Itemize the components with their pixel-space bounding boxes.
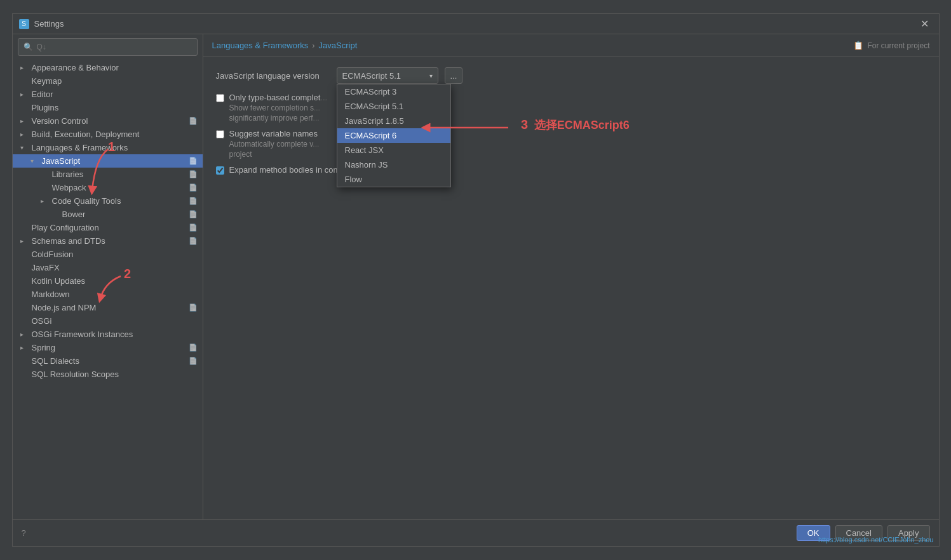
tree-item-label: Build, Execution, Deployment — [32, 130, 198, 139]
sidebar-item-plugins[interactable]: Plugins — [13, 101, 203, 114]
sidebar-item-play-config[interactable]: Play Configuration📄 — [13, 221, 203, 234]
search-icon: 🔍 — [24, 43, 33, 51]
sidebar-tree: ▸Appearance & BehaviorKeymap▸EditorPlugi… — [13, 60, 203, 519]
tree-item-label: Bower — [62, 210, 186, 219]
expand-icon: ▾ — [30, 157, 39, 164]
tree-item-label: Languages & Frameworks — [32, 143, 198, 152]
sidebar-item-spring[interactable]: ▸Spring📄 — [13, 341, 203, 354]
selected-version-label: ECMAScript 5.1 — [342, 71, 401, 81]
expand-icon: ▸ — [20, 91, 29, 98]
checkbox-row-1: Only type-based complet... Show fewer co… — [216, 93, 926, 123]
expand-icon: ▾ — [20, 144, 29, 151]
expand-icon: ▸ — [20, 331, 29, 338]
sidebar-item-bower[interactable]: Bower📄 — [13, 208, 203, 221]
sidebar-item-build[interactable]: ▸Build, Execution, Deployment — [13, 128, 203, 141]
checkbox-row-3: Expand method bodies in completion for o… — [216, 165, 926, 175]
sidebar-item-languages[interactable]: ▾Languages & Frameworks — [13, 141, 203, 154]
sidebar-item-coldfusion[interactable]: ColdFusion — [13, 248, 203, 261]
tree-item-label: Libraries — [52, 170, 186, 179]
app-icon: S — [19, 19, 29, 29]
sidebar-item-webpack[interactable]: Webpack📄 — [13, 181, 203, 194]
main-content-area: 🔍 ▸Appearance & BehaviorKeymap▸EditorPlu… — [13, 34, 939, 519]
version-dropdown-menu: ECMAScript 3ECMAScript 5.1JavaScript 1.8… — [337, 84, 451, 187]
sidebar: 🔍 ▸Appearance & BehaviorKeymap▸EditorPlu… — [13, 34, 203, 519]
sidebar-item-editor[interactable]: ▸Editor — [13, 88, 203, 101]
sidebar-item-version-control[interactable]: ▸Version Control📄 — [13, 114, 203, 128]
expand-method-checkbox[interactable] — [216, 166, 224, 175]
sidebar-item-javafx[interactable]: JavaFX — [13, 261, 203, 274]
title-bar-left: S Settings — [19, 19, 64, 29]
dialog-title: Settings — [34, 19, 64, 29]
tree-item-label: Spring — [32, 343, 186, 352]
breadcrumb-part1[interactable]: Languages & Frameworks — [212, 41, 309, 50]
sidebar-item-markdown[interactable]: Markdown — [13, 288, 203, 301]
tree-item-label: OSGi — [32, 316, 198, 326]
tree-item-settings-icon: 📄 — [189, 157, 198, 166]
tree-item-label: Markdown — [32, 290, 198, 299]
tree-item-label: Keymap — [32, 76, 198, 86]
sidebar-item-kotlin[interactable]: Kotlin Updates — [13, 274, 203, 288]
sidebar-item-appearance[interactable]: ▸Appearance & Behavior — [13, 61, 203, 74]
sidebar-item-nodejs[interactable]: Node.js and NPM📄 — [13, 301, 203, 314]
expand-icon: ▸ — [20, 131, 29, 138]
version-select-wrapper: ECMAScript 5.1 ▾ ECMAScript 3ECMAScript … — [337, 67, 438, 84]
tree-item-label: Play Configuration — [32, 223, 186, 232]
version-option-es3[interactable]: ECMAScript 3 — [337, 84, 450, 99]
version-option-es6[interactable]: ECMAScript 6 — [337, 128, 450, 143]
tree-item-label: Webpack — [52, 183, 186, 192]
language-version-label: JavaScript language version — [216, 71, 330, 81]
tree-item-label: Editor — [32, 90, 198, 99]
search-box[interactable]: 🔍 — [18, 38, 198, 56]
sidebar-item-sql-resolution[interactable]: SQL Resolution Scopes — [13, 368, 203, 381]
close-button[interactable]: ✕ — [917, 18, 933, 30]
breadcrumb-project: For current project — [867, 41, 929, 50]
sidebar-item-keymap[interactable]: Keymap — [13, 74, 203, 88]
tree-item-settings-icon: 📄 — [189, 170, 198, 179]
sidebar-item-schemas[interactable]: ▸Schemas and DTDs📄 — [13, 234, 203, 248]
sidebar-item-libraries[interactable]: Libraries📄 — [13, 168, 203, 181]
breadcrumb: Languages & Frameworks › JavaScript 📋 Fo… — [203, 34, 939, 57]
expand-icon: ▸ — [20, 64, 29, 71]
sidebar-item-sql-dialects[interactable]: SQL Dialects📄 — [13, 354, 203, 368]
expand-icon: ▸ — [41, 197, 50, 204]
type-based-checkbox[interactable] — [216, 94, 224, 102]
settings-content: JavaScript language version ECMAScript 5… — [203, 57, 939, 519]
tree-item-label: Node.js and NPM — [32, 303, 186, 312]
version-option-flow[interactable]: Flow — [337, 172, 450, 187]
tree-item-label: ColdFusion — [32, 250, 198, 259]
tree-item-label: Code Quality Tools — [52, 196, 186, 206]
tree-item-settings-icon: 📄 — [189, 303, 198, 312]
sidebar-item-osgi-framework[interactable]: ▸OSGi Framework Instances — [13, 328, 203, 341]
search-input[interactable] — [37, 43, 192, 51]
tree-item-settings-icon: 📄 — [189, 357, 198, 366]
main-panel: Languages & Frameworks › JavaScript 📋 Fo… — [203, 34, 939, 519]
help-button[interactable]: ? — [22, 528, 26, 538]
tree-item-label: SQL Resolution Scopes — [32, 370, 198, 379]
expand-icon: ▸ — [20, 237, 29, 244]
tree-item-settings-icon: 📄 — [189, 210, 198, 219]
tree-item-label: Plugins — [32, 103, 198, 112]
sidebar-item-code-quality[interactable]: ▸Code Quality Tools📄 — [13, 194, 203, 208]
tree-item-settings-icon: 📄 — [189, 223, 198, 232]
version-option-es51[interactable]: ECMAScript 5.1 — [337, 99, 450, 114]
suggest-names-checkbox[interactable] — [216, 130, 224, 138]
tree-item-settings-icon: 📄 — [189, 183, 198, 192]
chevron-down-icon: ▾ — [429, 72, 433, 79]
checkbox-row-2: Suggest variable names Automatically com… — [216, 129, 926, 159]
title-bar: S Settings ✕ — [13, 14, 939, 34]
version-option-nashorn[interactable]: Nashorn JS — [337, 157, 450, 172]
tree-item-settings-icon: 📄 — [189, 197, 198, 206]
version-option-js185[interactable]: JavaScript 1.8.5 — [337, 114, 450, 128]
tree-item-label: JavaFX — [32, 263, 198, 272]
expand-icon: ▸ — [20, 344, 29, 351]
tree-item-settings-icon: 📄 — [189, 117, 198, 126]
sidebar-item-javascript[interactable]: ▾JavaScript📄 — [13, 154, 203, 168]
sidebar-item-osgi[interactable]: OSGi — [13, 314, 203, 328]
breadcrumb-separator: › — [312, 41, 314, 50]
settings-dialog: S Settings ✕ 🔍 ▸Appearance & BehaviorKey… — [12, 13, 940, 547]
breadcrumb-part2: JavaScript — [319, 41, 358, 50]
ellipsis-button[interactable]: ... — [445, 67, 463, 84]
tree-item-label: Version Control — [32, 116, 186, 126]
version-option-reactjsx[interactable]: React JSX — [337, 143, 450, 157]
version-dropdown[interactable]: ECMAScript 5.1 ▾ — [337, 67, 438, 84]
